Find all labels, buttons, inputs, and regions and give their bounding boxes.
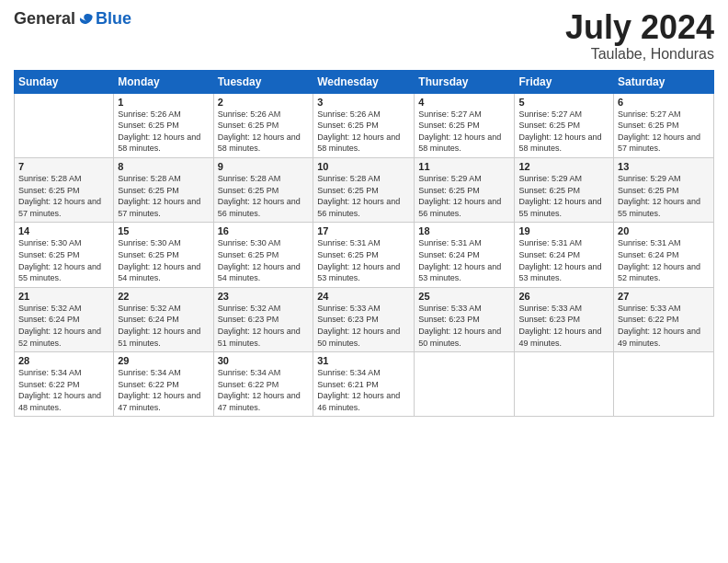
day-number: 25 xyxy=(418,291,510,302)
day-number: 16 xyxy=(218,225,310,236)
day-info: Sunrise: 5:31 AMSunset: 6:24 PMDaylight:… xyxy=(518,237,609,283)
day-info: Sunrise: 5:29 AMSunset: 6:25 PMDaylight:… xyxy=(418,173,510,219)
day-info: Sunrise: 5:29 AMSunset: 6:25 PMDaylight:… xyxy=(518,173,609,219)
logo-general-text: General xyxy=(14,9,75,29)
title-section: July 2024 Taulabe, Honduras xyxy=(565,9,714,63)
day-info: Sunrise: 5:34 AMSunset: 6:21 PMDaylight:… xyxy=(317,367,410,413)
logo: General Blue xyxy=(14,9,131,29)
day-info: Sunrise: 5:34 AMSunset: 6:22 PMDaylight:… xyxy=(18,367,109,413)
logo-bird-icon xyxy=(77,10,96,29)
day-number: 10 xyxy=(317,161,410,172)
logo-blue-text: Blue xyxy=(96,9,131,29)
calendar-day-cell: 19Sunrise: 5:31 AMSunset: 6:24 PMDayligh… xyxy=(515,223,614,287)
day-info: Sunrise: 5:33 AMSunset: 6:23 PMDaylight:… xyxy=(418,303,510,349)
calendar-day-cell: 18Sunrise: 5:31 AMSunset: 6:24 PMDayligh… xyxy=(415,223,515,287)
calendar-day-cell: 28Sunrise: 5:34 AMSunset: 6:22 PMDayligh… xyxy=(15,352,114,417)
day-number: 23 xyxy=(218,291,310,302)
calendar-day-header: Wednesday xyxy=(313,70,415,93)
day-number: 4 xyxy=(418,97,510,108)
day-info: Sunrise: 5:28 AMSunset: 6:25 PMDaylight:… xyxy=(118,173,209,219)
page-container: General Blue July 2024 Taulabe, Honduras… xyxy=(0,0,728,426)
day-number: 11 xyxy=(418,161,510,172)
calendar-day-cell: 15Sunrise: 5:30 AMSunset: 6:25 PMDayligh… xyxy=(114,223,213,287)
calendar-day-cell xyxy=(515,352,614,417)
day-info: Sunrise: 5:26 AMSunset: 6:25 PMDaylight:… xyxy=(218,109,310,155)
calendar-day-cell: 3Sunrise: 5:26 AMSunset: 6:25 PMDaylight… xyxy=(313,93,415,157)
calendar-table: SundayMondayTuesdayWednesdayThursdayFrid… xyxy=(14,70,714,418)
day-info: Sunrise: 5:29 AMSunset: 6:25 PMDaylight:… xyxy=(618,173,710,219)
day-info: Sunrise: 5:32 AMSunset: 6:24 PMDaylight:… xyxy=(118,303,209,349)
day-number: 14 xyxy=(18,225,109,236)
calendar-day-header: Saturday xyxy=(614,70,714,93)
calendar-week-row: 21Sunrise: 5:32 AMSunset: 6:24 PMDayligh… xyxy=(15,287,714,351)
calendar-day-header: Sunday xyxy=(15,70,114,93)
calendar-day-cell: 7Sunrise: 5:28 AMSunset: 6:25 PMDaylight… xyxy=(15,157,114,222)
calendar-day-cell: 25Sunrise: 5:33 AMSunset: 6:23 PMDayligh… xyxy=(415,287,515,351)
calendar-day-cell: 6Sunrise: 5:27 AMSunset: 6:25 PMDaylight… xyxy=(614,93,714,157)
day-info: Sunrise: 5:33 AMSunset: 6:23 PMDaylight:… xyxy=(518,303,609,349)
calendar-day-cell: 9Sunrise: 5:28 AMSunset: 6:25 PMDaylight… xyxy=(213,157,313,222)
calendar-day-cell: 23Sunrise: 5:32 AMSunset: 6:23 PMDayligh… xyxy=(213,287,313,351)
day-number: 30 xyxy=(218,355,310,366)
calendar-day-cell: 4Sunrise: 5:27 AMSunset: 6:25 PMDaylight… xyxy=(415,93,515,157)
day-info: Sunrise: 5:28 AMSunset: 6:25 PMDaylight:… xyxy=(18,173,109,219)
day-number: 31 xyxy=(317,355,410,366)
calendar-day-cell xyxy=(614,352,714,417)
day-info: Sunrise: 5:27 AMSunset: 6:25 PMDaylight:… xyxy=(418,109,510,155)
day-number: 3 xyxy=(317,97,410,108)
calendar-header-row: SundayMondayTuesdayWednesdayThursdayFrid… xyxy=(15,70,714,93)
day-number: 27 xyxy=(618,291,710,302)
calendar-day-cell: 1Sunrise: 5:26 AMSunset: 6:25 PMDaylight… xyxy=(114,93,213,157)
day-info: Sunrise: 5:26 AMSunset: 6:25 PMDaylight:… xyxy=(317,109,410,155)
day-number: 26 xyxy=(518,291,609,302)
day-info: Sunrise: 5:31 AMSunset: 6:24 PMDaylight:… xyxy=(618,237,710,283)
calendar-day-cell: 5Sunrise: 5:27 AMSunset: 6:25 PMDaylight… xyxy=(515,93,614,157)
calendar-day-header: Monday xyxy=(114,70,213,93)
day-number: 6 xyxy=(618,97,710,108)
calendar-day-header: Friday xyxy=(515,70,614,93)
day-info: Sunrise: 5:28 AMSunset: 6:25 PMDaylight:… xyxy=(317,173,410,219)
day-info: Sunrise: 5:27 AMSunset: 6:25 PMDaylight:… xyxy=(618,109,710,155)
day-number: 7 xyxy=(18,161,109,172)
calendar-day-cell: 29Sunrise: 5:34 AMSunset: 6:22 PMDayligh… xyxy=(114,352,213,417)
calendar-day-cell: 8Sunrise: 5:28 AMSunset: 6:25 PMDaylight… xyxy=(114,157,213,222)
calendar-day-cell: 10Sunrise: 5:28 AMSunset: 6:25 PMDayligh… xyxy=(313,157,415,222)
day-number: 29 xyxy=(118,355,209,366)
day-number: 1 xyxy=(118,97,209,108)
day-number: 8 xyxy=(118,161,209,172)
day-info: Sunrise: 5:30 AMSunset: 6:25 PMDaylight:… xyxy=(218,237,310,283)
calendar-week-row: 28Sunrise: 5:34 AMSunset: 6:22 PMDayligh… xyxy=(15,352,714,417)
day-number: 5 xyxy=(518,97,609,108)
day-info: Sunrise: 5:30 AMSunset: 6:25 PMDaylight:… xyxy=(118,237,209,283)
calendar-day-cell: 24Sunrise: 5:33 AMSunset: 6:23 PMDayligh… xyxy=(313,287,415,351)
day-number: 2 xyxy=(218,97,310,108)
calendar-day-header: Thursday xyxy=(415,70,515,93)
calendar-day-cell: 14Sunrise: 5:30 AMSunset: 6:25 PMDayligh… xyxy=(15,223,114,287)
calendar-day-cell: 2Sunrise: 5:26 AMSunset: 6:25 PMDaylight… xyxy=(213,93,313,157)
page-header: General Blue July 2024 Taulabe, Honduras xyxy=(14,9,714,63)
calendar-day-header: Tuesday xyxy=(213,70,313,93)
day-info: Sunrise: 5:34 AMSunset: 6:22 PMDaylight:… xyxy=(118,367,209,413)
day-number: 12 xyxy=(518,161,609,172)
calendar-day-cell: 13Sunrise: 5:29 AMSunset: 6:25 PMDayligh… xyxy=(614,157,714,222)
location-text: Taulabe, Honduras xyxy=(565,46,714,63)
day-info: Sunrise: 5:31 AMSunset: 6:24 PMDaylight:… xyxy=(418,237,510,283)
day-info: Sunrise: 5:34 AMSunset: 6:22 PMDaylight:… xyxy=(218,367,310,413)
day-info: Sunrise: 5:30 AMSunset: 6:25 PMDaylight:… xyxy=(18,237,109,283)
day-info: Sunrise: 5:32 AMSunset: 6:24 PMDaylight:… xyxy=(18,303,109,349)
calendar-day-cell: 22Sunrise: 5:32 AMSunset: 6:24 PMDayligh… xyxy=(114,287,213,351)
day-info: Sunrise: 5:27 AMSunset: 6:25 PMDaylight:… xyxy=(518,109,609,155)
day-number: 18 xyxy=(418,225,510,236)
calendar-week-row: 1Sunrise: 5:26 AMSunset: 6:25 PMDaylight… xyxy=(15,93,714,157)
day-info: Sunrise: 5:28 AMSunset: 6:25 PMDaylight:… xyxy=(218,173,310,219)
calendar-day-cell: 17Sunrise: 5:31 AMSunset: 6:25 PMDayligh… xyxy=(313,223,415,287)
month-title: July 2024 xyxy=(565,9,714,46)
calendar-day-cell: 30Sunrise: 5:34 AMSunset: 6:22 PMDayligh… xyxy=(213,352,313,417)
day-number: 21 xyxy=(18,291,109,302)
day-number: 22 xyxy=(118,291,209,302)
day-number: 15 xyxy=(118,225,209,236)
day-info: Sunrise: 5:31 AMSunset: 6:25 PMDaylight:… xyxy=(317,237,410,283)
day-number: 20 xyxy=(618,225,710,236)
day-info: Sunrise: 5:26 AMSunset: 6:25 PMDaylight:… xyxy=(118,109,209,155)
calendar-day-cell: 12Sunrise: 5:29 AMSunset: 6:25 PMDayligh… xyxy=(515,157,614,222)
